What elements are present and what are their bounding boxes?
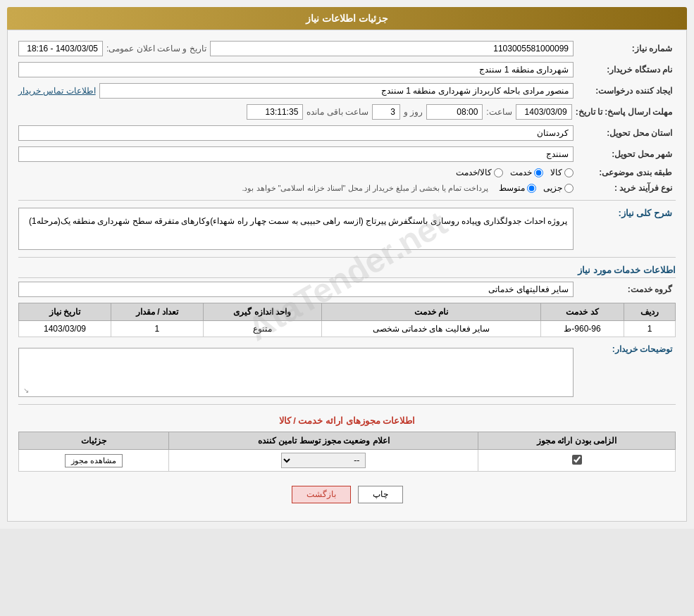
- city-value: سنندج: [18, 146, 574, 162]
- print-button[interactable]: چاپ: [358, 486, 403, 503]
- purchase-type-motavasset[interactable]: متوسط: [499, 183, 536, 193]
- purchase-type-radio-group: جزیی متوسط: [499, 183, 574, 193]
- cell-qty: 1: [111, 321, 204, 337]
- purchase-type-label: نوع فرآیند خرید :: [577, 183, 676, 193]
- back-button[interactable]: بازگشت: [292, 486, 351, 503]
- permissions-table: الزامی بودن ارائه مجوز اعلام وضعیت مجوز …: [18, 432, 676, 472]
- category-radio-kala[interactable]: [564, 168, 574, 177]
- service-group-label: گروه خدمت:: [577, 284, 676, 294]
- services-table: ردیف کد خدمت نام خدمت واحد اندازه گیری ت…: [18, 303, 676, 337]
- list-item: -- مشاهده مجوز: [19, 450, 676, 472]
- category-radio-group: کالا خدمت کالا/خدمت: [456, 168, 574, 177]
- service-group-value: سایر فعالیتهای خدماتی: [18, 282, 574, 297]
- perm-required-checkbox[interactable]: [572, 455, 582, 465]
- category-label-kala-khedmat: کالا/خدمت: [456, 168, 492, 177]
- view-permit-button[interactable]: مشاهده مجوز: [65, 454, 123, 467]
- need-number-value: 1103005581000099: [210, 41, 574, 56]
- creator-value: منصور مرادی باحله کاربرداز شهرداری منطقه…: [99, 83, 574, 99]
- table-row: 1 960-96-ط سایر فعالیت های خدماتی شخصی م…: [19, 321, 676, 337]
- perm-status-select[interactable]: --: [281, 453, 366, 468]
- purchase-type-radio-motavasset[interactable]: [527, 184, 536, 193]
- notes-resize-handle[interactable]: ↘: [20, 386, 29, 395]
- col-date: تاریخ نیاز: [19, 303, 111, 321]
- perm-col-required: الزامی بودن ارائه مجوز: [478, 432, 676, 450]
- perm-required-cell: [478, 450, 676, 472]
- buyer-org-value: شهرداری منطقه 1 سنندج: [18, 62, 574, 77]
- response-time-label: ساعت:: [486, 107, 512, 117]
- province-label: استان محل تحویل:: [577, 128, 676, 138]
- buyer-notes-label: توضیحات خریدار:: [577, 344, 676, 354]
- need-number-label: شماره نیاز:: [577, 44, 676, 54]
- category-option-kala-khedmat[interactable]: کالا/خدمت: [456, 168, 503, 177]
- col-row: ردیف: [624, 303, 675, 321]
- perm-col-status: اعلام وضعیت مجوز توسط تامین کننده: [169, 432, 478, 450]
- buyer-org-label: نام دستگاه خریدار:: [577, 65, 676, 75]
- province-value: کردستان: [18, 125, 574, 141]
- category-radio-khedmat[interactable]: [534, 168, 543, 177]
- category-label-kala: کالا: [550, 168, 562, 177]
- response-date-value: 1403/03/09: [516, 104, 572, 120]
- col-name: نام خدمت: [321, 303, 541, 321]
- col-unit: واحد اندازه گیری: [203, 303, 321, 321]
- category-option-kala[interactable]: کالا: [550, 168, 574, 177]
- cell-date: 1403/03/09: [19, 321, 111, 337]
- cell-code: 960-96-ط: [541, 321, 624, 337]
- response-remaining-label: ساعت باقی مانده: [306, 107, 368, 117]
- divider-1: [18, 200, 676, 201]
- purchase-type-label-motavasset: متوسط: [499, 183, 525, 193]
- col-code: کد خدمت: [541, 303, 624, 321]
- purchase-type-label-jozi: جزیی: [543, 183, 562, 193]
- announce-date-value: 1403/03/05 - 18:16: [18, 41, 103, 56]
- purchase-type-radio-jozi[interactable]: [564, 184, 574, 193]
- response-remaining-value: 13:11:35: [247, 104, 303, 120]
- services-section-title: اطلاعات خدمات مورد نیاز: [18, 265, 676, 278]
- category-label-khedmat: خدمت: [510, 168, 532, 177]
- permissions-title: اطلاعات مجوزهای ارائه خدمت / کالا: [18, 415, 676, 426]
- action-buttons: چاپ بازگشت: [18, 486, 676, 503]
- perm-status-cell[interactable]: --: [169, 450, 478, 472]
- city-label: شهر محل تحویل:: [577, 149, 676, 159]
- description-label: شرح کلی نیاز:: [577, 208, 676, 218]
- page-title: جزئیات اطلاعات نیاز: [7, 7, 687, 30]
- announce-date-label: تاریخ و ساعت اعلان عمومی:: [106, 44, 206, 54]
- col-qty: تعداد / مقدار: [111, 303, 204, 321]
- purchase-type-note: پرداخت تمام یا بخشی از مبلغ خریدار از مح…: [242, 184, 488, 193]
- cell-row: 1: [624, 321, 675, 337]
- description-text: پروژه احداث جدولگذاری وپیاده روسازی باست…: [18, 208, 574, 250]
- divider-2: [18, 257, 676, 258]
- contact-link[interactable]: اطلاعات تماس خریدار: [18, 86, 96, 96]
- cell-name: سایر فعالیت های خدماتی شخصی: [321, 321, 541, 337]
- category-option-khedmat[interactable]: خدمت: [510, 168, 543, 177]
- category-radio-kala-khedmat[interactable]: [494, 168, 503, 177]
- response-date-label: مهلت ارسال پاسخ: تا تاریخ:: [576, 107, 676, 117]
- category-label: طبقه بندی موضوعی:: [577, 168, 676, 177]
- response-time-value: 08:00: [426, 104, 483, 120]
- permissions-section: اطلاعات مجوزهای ارائه خدمت / کالا الزامی…: [18, 415, 676, 472]
- response-days-value: 3: [372, 104, 400, 120]
- response-days-label: روز و: [404, 107, 423, 117]
- cell-unit: متنوع: [203, 321, 321, 337]
- perm-details-cell: مشاهده مجوز: [19, 450, 169, 472]
- perm-col-details: جزئیات: [19, 432, 169, 450]
- creator-label: ایجاد کننده درخواست:: [577, 86, 676, 96]
- buyer-notes-box[interactable]: ↘: [18, 348, 574, 397]
- purchase-type-jozi[interactable]: جزیی: [543, 183, 574, 193]
- divider-3: [18, 404, 676, 405]
